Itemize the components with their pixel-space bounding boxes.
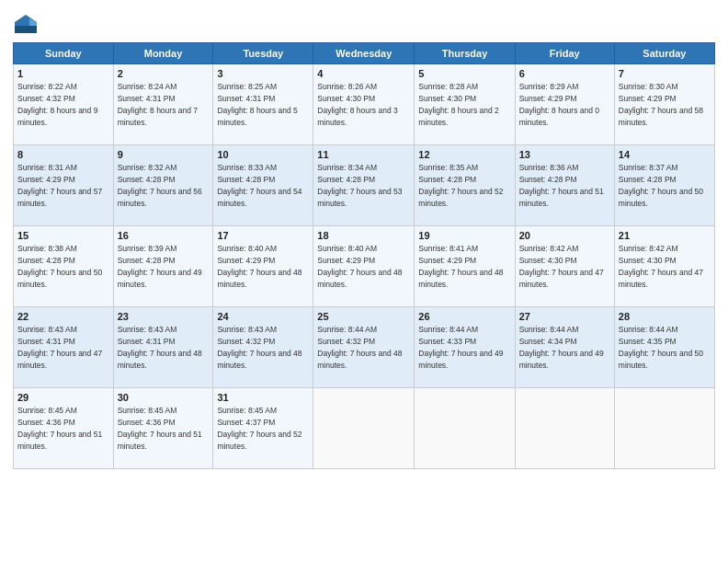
- day-number: 11: [317, 149, 410, 160]
- day-number: 24: [217, 311, 309, 322]
- calendar-cell: 7 Sunrise: 8:30 AMSunset: 4:29 PMDayligh…: [614, 64, 714, 145]
- calendar-cell: 26 Sunrise: 8:44 AMSunset: 4:33 PMDaylig…: [415, 307, 515, 388]
- day-info: Sunrise: 8:34 AMSunset: 4:28 PMDaylight:…: [317, 163, 402, 208]
- calendar-cell: 12 Sunrise: 8:35 AMSunset: 4:28 PMDaylig…: [415, 145, 515, 226]
- header: [13, 9, 715, 39]
- calendar-cell: 14 Sunrise: 8:37 AMSunset: 4:28 PMDaylig…: [614, 145, 714, 226]
- calendar-cell: [313, 388, 415, 469]
- day-number: 13: [519, 149, 610, 160]
- day-info: Sunrise: 8:45 AMSunset: 4:36 PMDaylight:…: [17, 406, 102, 451]
- weekday-tuesday: Tuesday: [213, 43, 313, 64]
- day-number: 25: [317, 311, 410, 322]
- day-number: 6: [519, 68, 610, 79]
- week-row-4: 22 Sunrise: 8:43 AMSunset: 4:31 PMDaylig…: [14, 307, 715, 388]
- day-info: Sunrise: 8:35 AMSunset: 4:28 PMDaylight:…: [418, 163, 503, 208]
- week-row-1: 1 Sunrise: 8:22 AMSunset: 4:32 PMDayligh…: [14, 64, 715, 145]
- day-number: 7: [619, 68, 711, 79]
- day-info: Sunrise: 8:45 AMSunset: 4:37 PMDaylight:…: [217, 406, 301, 451]
- calendar-cell: 5 Sunrise: 8:28 AMSunset: 4:30 PMDayligh…: [415, 64, 515, 145]
- day-info: Sunrise: 8:31 AMSunset: 4:29 PMDaylight:…: [17, 163, 102, 208]
- day-info: Sunrise: 8:43 AMSunset: 4:31 PMDaylight:…: [17, 325, 102, 370]
- day-number: 23: [118, 311, 210, 322]
- logo: [13, 13, 42, 39]
- day-number: 3: [217, 68, 309, 79]
- day-info: Sunrise: 8:22 AMSunset: 4:32 PMDaylight:…: [17, 82, 97, 127]
- day-info: Sunrise: 8:33 AMSunset: 4:28 PMDaylight:…: [217, 163, 301, 208]
- calendar-cell: 22 Sunrise: 8:43 AMSunset: 4:31 PMDaylig…: [14, 307, 114, 388]
- day-info: Sunrise: 8:41 AMSunset: 4:29 PMDaylight:…: [418, 244, 503, 289]
- day-info: Sunrise: 8:44 AMSunset: 4:34 PMDaylight:…: [519, 325, 604, 370]
- calendar-cell: 27 Sunrise: 8:44 AMSunset: 4:34 PMDaylig…: [515, 307, 614, 388]
- week-row-5: 29 Sunrise: 8:45 AMSunset: 4:36 PMDaylig…: [14, 388, 715, 469]
- day-number: 15: [17, 230, 109, 241]
- calendar-cell: 21 Sunrise: 8:42 AMSunset: 4:30 PMDaylig…: [614, 226, 714, 307]
- day-number: 27: [519, 311, 610, 322]
- day-info: Sunrise: 8:40 AMSunset: 4:29 PMDaylight:…: [217, 244, 301, 289]
- day-number: 10: [217, 149, 309, 160]
- day-number: 19: [418, 230, 510, 241]
- calendar-cell: 11 Sunrise: 8:34 AMSunset: 4:28 PMDaylig…: [313, 145, 415, 226]
- day-info: Sunrise: 8:28 AMSunset: 4:30 PMDaylight:…: [418, 82, 498, 127]
- calendar-cell: 30 Sunrise: 8:45 AMSunset: 4:36 PMDaylig…: [113, 388, 213, 469]
- calendar-cell: 16 Sunrise: 8:39 AMSunset: 4:28 PMDaylig…: [113, 226, 213, 307]
- weekday-saturday: Saturday: [614, 43, 714, 64]
- calendar-cell: 29 Sunrise: 8:45 AMSunset: 4:36 PMDaylig…: [14, 388, 114, 469]
- day-info: Sunrise: 8:37 AMSunset: 4:28 PMDaylight:…: [619, 163, 703, 208]
- weekday-header-row: SundayMondayTuesdayWednesdayThursdayFrid…: [14, 43, 715, 64]
- day-number: 22: [17, 311, 109, 322]
- day-info: Sunrise: 8:45 AMSunset: 4:36 PMDaylight:…: [118, 406, 202, 451]
- weekday-friday: Friday: [515, 43, 614, 64]
- day-number: 14: [619, 149, 711, 160]
- calendar-cell: 23 Sunrise: 8:43 AMSunset: 4:31 PMDaylig…: [113, 307, 213, 388]
- calendar-cell: 2 Sunrise: 8:24 AMSunset: 4:31 PMDayligh…: [113, 64, 213, 145]
- calendar: SundayMondayTuesdayWednesdayThursdayFrid…: [13, 42, 715, 469]
- day-number: 2: [118, 68, 210, 79]
- day-number: 17: [217, 230, 309, 241]
- day-info: Sunrise: 8:25 AMSunset: 4:31 PMDaylight:…: [217, 82, 297, 127]
- day-info: Sunrise: 8:24 AMSunset: 4:31 PMDaylight:…: [118, 82, 198, 127]
- day-info: Sunrise: 8:38 AMSunset: 4:28 PMDaylight:…: [17, 244, 102, 289]
- calendar-cell: 10 Sunrise: 8:33 AMSunset: 4:28 PMDaylig…: [213, 145, 313, 226]
- calendar-cell: 3 Sunrise: 8:25 AMSunset: 4:31 PMDayligh…: [213, 64, 313, 145]
- weekday-sunday: Sunday: [14, 43, 114, 64]
- day-info: Sunrise: 8:43 AMSunset: 4:32 PMDaylight:…: [217, 325, 301, 370]
- calendar-cell: [515, 388, 614, 469]
- calendar-cell: 19 Sunrise: 8:41 AMSunset: 4:29 PMDaylig…: [415, 226, 515, 307]
- day-info: Sunrise: 8:26 AMSunset: 4:30 PMDaylight:…: [317, 82, 397, 127]
- day-info: Sunrise: 8:44 AMSunset: 4:35 PMDaylight:…: [619, 325, 703, 370]
- day-info: Sunrise: 8:32 AMSunset: 4:28 PMDaylight:…: [118, 163, 202, 208]
- svg-rect-3: [15, 26, 37, 33]
- day-info: Sunrise: 8:30 AMSunset: 4:29 PMDaylight:…: [619, 82, 703, 127]
- calendar-cell: 25 Sunrise: 8:44 AMSunset: 4:32 PMDaylig…: [313, 307, 415, 388]
- calendar-cell: [415, 388, 515, 469]
- week-row-2: 8 Sunrise: 8:31 AMSunset: 4:29 PMDayligh…: [14, 145, 715, 226]
- day-number: 18: [317, 230, 410, 241]
- day-info: Sunrise: 8:40 AMSunset: 4:29 PMDaylight:…: [317, 244, 402, 289]
- day-number: 4: [317, 68, 410, 79]
- day-number: 28: [619, 311, 711, 322]
- page: SundayMondayTuesdayWednesdayThursdayFrid…: [0, 0, 728, 563]
- calendar-cell: 9 Sunrise: 8:32 AMSunset: 4:28 PMDayligh…: [113, 145, 213, 226]
- day-number: 12: [418, 149, 510, 160]
- day-number: 29: [17, 392, 109, 403]
- calendar-cell: 18 Sunrise: 8:40 AMSunset: 4:29 PMDaylig…: [313, 226, 415, 307]
- calendar-cell: 15 Sunrise: 8:38 AMSunset: 4:28 PMDaylig…: [14, 226, 114, 307]
- day-number: 26: [418, 311, 510, 322]
- day-number: 31: [217, 392, 309, 403]
- day-number: 5: [418, 68, 510, 79]
- calendar-cell: 4 Sunrise: 8:26 AMSunset: 4:30 PMDayligh…: [313, 64, 415, 145]
- day-number: 1: [17, 68, 109, 79]
- week-row-3: 15 Sunrise: 8:38 AMSunset: 4:28 PMDaylig…: [14, 226, 715, 307]
- calendar-cell: 13 Sunrise: 8:36 AMSunset: 4:28 PMDaylig…: [515, 145, 614, 226]
- calendar-cell: 28 Sunrise: 8:44 AMSunset: 4:35 PMDaylig…: [614, 307, 714, 388]
- day-number: 20: [519, 230, 610, 241]
- weekday-monday: Monday: [113, 43, 213, 64]
- calendar-cell: [614, 388, 714, 469]
- day-number: 21: [619, 230, 711, 241]
- day-number: 9: [118, 149, 210, 160]
- day-number: 30: [118, 392, 210, 403]
- day-info: Sunrise: 8:44 AMSunset: 4:33 PMDaylight:…: [418, 325, 503, 370]
- day-info: Sunrise: 8:29 AMSunset: 4:29 PMDaylight:…: [519, 82, 599, 127]
- calendar-cell: 24 Sunrise: 8:43 AMSunset: 4:32 PMDaylig…: [213, 307, 313, 388]
- calendar-cell: 6 Sunrise: 8:29 AMSunset: 4:29 PMDayligh…: [515, 64, 614, 145]
